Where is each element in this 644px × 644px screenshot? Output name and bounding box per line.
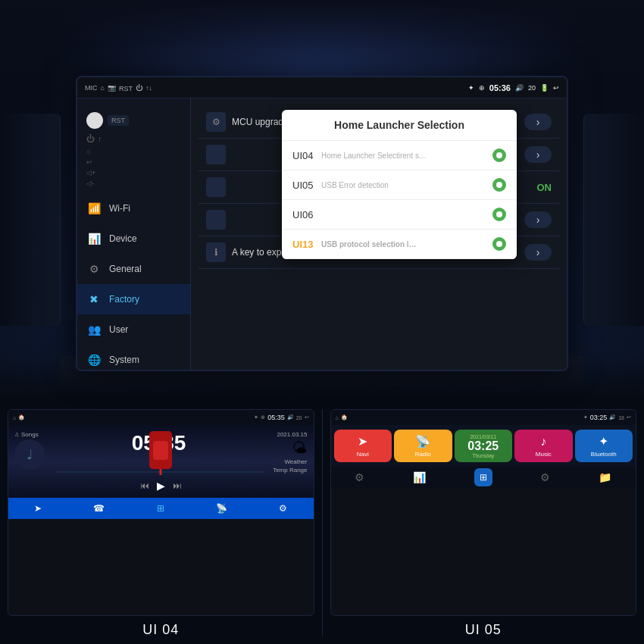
radio-tile[interactable]: 📡 Radio [394,430,452,462]
ui04-sub: Home Launcher Selectirent sel... [321,152,427,160]
device-label: Device [109,233,137,244]
launcher-dialog: Home Launcher Selection UI04 Home Launch… [282,110,517,259]
system-label: System [109,355,139,365]
wifi-icon: 📶 [86,201,102,216]
car-background: MIC ⌂ 📷 RST ⏻ ↑↓ ✦ ⊕ 05:36 🔊 20 🔋 ↩ [0,0,644,402]
ui05-label: UI 05 [323,616,645,644]
prev-btn[interactable]: ⏮ [140,480,149,491]
mcu-arrow[interactable]: › [524,114,552,130]
ui05-folder-btn[interactable]: 📁 [599,471,611,483]
general-label: General [109,264,142,274]
sidebar-item-device[interactable]: 📊 Device [77,224,190,254]
export-arrow[interactable]: › [524,244,552,261]
factory-icon: ✖ [86,292,102,307]
wifi-label: Wi-Fi [109,203,130,214]
mcu-label: MCU upgrade [232,117,289,127]
navi-label: Navi [357,451,369,458]
volume-icon-status: 🔊 [515,84,524,92]
camera-icon: 📷 [108,84,116,92]
ui04-label: UI 04 [0,616,322,644]
ui04-screen: ⌂ 🏠 ✦ ⊕ 05:35 🔊 20 ↩ ♫ [0,402,322,644]
rst-label: RST [119,85,133,92]
clock-time: 03:25 [467,439,499,453]
music-icon: ♪ [540,435,546,449]
ui04-music: ♫ Songs ♩ [14,431,45,470]
status-time: 05:36 [489,83,511,92]
mcu-icon: ⚙ [206,112,226,132]
back-icon-status: ↩ [553,84,559,92]
nav-radio-icon[interactable]: 📡 [216,503,227,514]
ui04-battery: 20 [296,415,302,420]
ui06-label: UI06 [292,209,315,220]
ui05-sub: USB Error detection [321,181,389,189]
ui05-home-btn[interactable]: ⊞ [474,468,492,486]
ui05-label: UI05 [292,180,315,191]
sidebar-top-buttons: RST ⏻ ↑ ⌂ ↩ ◁+ ◁- [77,106,190,193]
sidebar-item-user[interactable]: 👥 User [77,314,190,345]
row3-on[interactable]: ON [537,182,552,193]
ui04-radio[interactable] [492,148,506,162]
dialog-item-ui13-left: UI13 USB protocol selection lunet... [292,239,420,250]
status-right: ✦ ⊕ 05:36 🔊 20 🔋 ↩ [468,83,559,92]
rst-badge: RST [108,115,129,126]
ui05-chart-btn[interactable]: 📊 [413,471,426,483]
dialog-item-ui13[interactable]: UI13 USB protocol selection lunet... [282,230,517,259]
row2-arrow[interactable]: › [524,146,552,163]
ui04-nav-bar: ➤ ☎ ⊞ 📡 ⚙ [8,498,314,519]
navi-tile[interactable]: ➤ Navi [334,430,392,462]
ui05-gear2-btn[interactable]: ⚙ [540,471,550,483]
dialog-item-ui05-left: UI05 USB Error detection [292,180,389,191]
nav-settings-icon[interactable]: ⚙ [279,503,287,514]
nav-map-icon[interactable]: ➤ [34,503,42,514]
export-icon: ℹ [206,242,226,262]
sidebar-item-system[interactable]: 🌐 System [77,345,190,371]
mcu-row-left: ⚙ MCU upgrade [206,112,289,132]
ui04-date: 2021.03.15 [277,431,307,438]
ui05-settings-btn[interactable]: ⚙ [355,471,364,483]
wifi-icon-status: ⊕ [479,84,485,92]
ui05-battery: 18 [618,415,624,420]
sidebar: RST ⏻ ↑ ⌂ ↩ ◁+ ◁- 📶 Wi-Fi 📊 [77,98,191,370]
dialog-item-ui04[interactable]: UI04 Home Launcher Selectirent sel... [282,141,517,170]
ui04-album: ♩ [14,439,45,470]
sidebar-item-wifi[interactable]: 📶 Wi-Fi [77,193,190,224]
ui04-label: UI04 [292,150,315,161]
main-screen: MIC ⌂ 📷 RST ⏻ ↑↓ ✦ ⊕ 05:36 🔊 20 🔋 ↩ [76,76,568,371]
row4-arrow[interactable]: › [524,211,552,228]
dialog-item-ui06[interactable]: UI06 [282,200,517,230]
ui04-controls: ⏮ ▶ ⏭ [11,477,311,495]
next-btn[interactable]: ⏭ [173,480,182,491]
ui05-grid: ➤ Navi 📡 Radio 2021/03/11 03:25 Thursday [331,425,636,467]
nav-phone-icon[interactable]: ☎ [93,503,105,514]
bluetooth-icon: ✦ [599,434,608,449]
ui13-sub: USB protocol selection lunet... [321,240,420,249]
ui05-radio[interactable] [492,178,506,192]
ui04-music-title: ♫ Songs [14,431,45,438]
sidebar-item-general[interactable]: ⚙ General [77,254,190,284]
dialog-title: Home Launcher Selection [282,110,517,141]
ui04-weather: 2021.03.15 🌤 Weather Temp Range [273,431,307,474]
nav-home-icon[interactable]: ⊞ [157,503,164,514]
dialog-item-ui05[interactable]: UI05 USB Error detection [282,170,517,200]
battery-icon: 🔋 [540,84,549,92]
ui13-radio[interactable] [492,237,506,251]
ui13-label: UI13 [292,239,315,250]
clock-date: 2021/03/11 [470,434,496,439]
row4-left [206,210,232,230]
sidebar-item-factory[interactable]: ✖ Factory [77,284,190,314]
home-icon: ⌂ [101,84,105,92]
row4-icon [206,210,226,230]
status-left: MIC ⌂ 📷 RST ⏻ ↑↓ [85,83,152,92]
ui05-inner: ⌂ 🏠 ✦ 03:25 🔊 18 ↩ ➤ Navi [330,409,637,616]
ui05-main: ➤ Navi 📡 Radio 2021/03/11 03:25 Thursday [331,425,636,488]
ui06-radio[interactable] [492,208,506,221]
play-btn[interactable]: ▶ [157,480,165,492]
screen-content: RST ⏻ ↑ ⌂ ↩ ◁+ ◁- 📶 Wi-Fi 📊 [77,98,567,370]
mic-label: MIC [85,84,98,92]
gear-icon: ⚙ [86,261,102,277]
factory-label: Factory [109,294,139,305]
music-tile[interactable]: ♪ Music [514,430,573,462]
system-icon: 🌐 [86,352,102,367]
bluetooth-tile[interactable]: ✦ Bluetooth [575,430,633,462]
battery-val: 20 [528,84,536,92]
